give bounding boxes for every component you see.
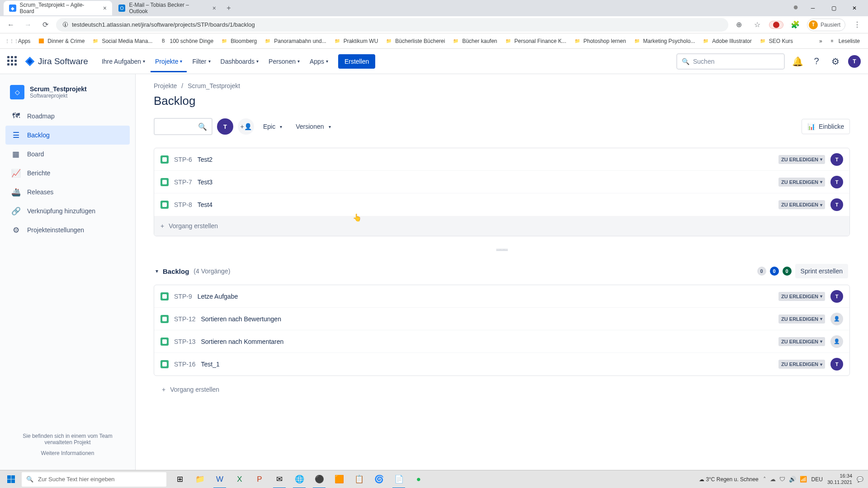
bookmarks-overflow[interactable]: » <box>819 38 822 44</box>
mail-icon[interactable]: ✉ <box>269 470 289 488</box>
reading-list-button[interactable]: ≡Leseliste <box>825 36 863 47</box>
spotify-icon[interactable]: ● <box>409 470 429 488</box>
taskbar-search[interactable]: 🔍Zur Suche Text hier eingeben <box>22 472 166 487</box>
insights-button[interactable]: 📊Einblicke <box>802 119 850 134</box>
bookmark-item[interactable]: ⋮⋮⋮Apps <box>5 36 34 47</box>
notifications-icon[interactable]: 💬 <box>857 476 863 483</box>
section-divider[interactable]: ═══ <box>154 240 850 259</box>
nav-ihre aufgaben[interactable]: Ihre Aufgaben▾ <box>97 51 150 72</box>
bookmark-item[interactable]: 📁Praktikum WU <box>330 36 382 47</box>
unassigned-avatar[interactable]: 👤 <box>830 335 843 348</box>
issue-row[interactable]: STP-12 Sortieren nach Bewertungen ZU ERL… <box>154 308 849 330</box>
zoom-icon[interactable]: ⊕ <box>733 20 745 29</box>
chrome-icon[interactable]: 🌐 <box>289 470 309 488</box>
browser-tab-active[interactable]: ◆ Scrum_Testprojekt – Agile-Board × <box>4 1 112 15</box>
bookmark-item[interactable]: 📁Bloomberg <box>217 36 260 47</box>
create-issue-button[interactable]: + Vorgang erstellen <box>154 216 849 236</box>
status-badge[interactable]: ZU ERLEDIGEN ▾ <box>778 314 825 324</box>
extensions-icon[interactable]: 🧩 <box>789 20 802 29</box>
edge-icon[interactable]: 🌀 <box>369 470 389 488</box>
assignee-avatar[interactable]: T <box>830 358 843 371</box>
settings-icon[interactable]: ⚙ <box>829 56 842 67</box>
assignee-avatar[interactable]: T <box>830 176 843 188</box>
reload-icon[interactable]: ⟳ <box>39 20 52 29</box>
status-badge[interactable]: ZU ERLEDIGEN ▾ <box>778 292 825 301</box>
weather-widget[interactable]: ☁ 3°C Regen u. Schnee <box>699 476 759 483</box>
language-indicator[interactable]: DEU <box>811 476 823 483</box>
assignee-avatar[interactable]: T <box>830 290 843 303</box>
obs-icon[interactable]: ⚫ <box>309 470 329 488</box>
close-window-button[interactable]: ✕ <box>844 2 864 14</box>
maximize-button[interactable]: ▢ <box>824 2 844 14</box>
issue-row[interactable]: STP-6 Test2 ZU ERLEDIGEN ▾ T <box>154 148 849 171</box>
back-icon[interactable]: ← <box>5 21 17 29</box>
sidebar-item-berichte[interactable]: 📈Berichte <box>5 164 130 183</box>
task-view-icon[interactable]: ⊞ <box>170 470 190 488</box>
status-badge[interactable]: ZU ERLEDIGEN ▾ <box>778 178 825 187</box>
app-icon[interactable]: 📄 <box>389 470 409 488</box>
sidebar-item-projekteinstellungen[interactable]: ⚙Projekteinstellungen <box>5 221 130 239</box>
chrome-menu-icon[interactable]: ● <box>789 2 802 14</box>
close-icon[interactable]: × <box>103 5 107 12</box>
minimize-button[interactable]: ─ <box>803 2 823 14</box>
bookmark-item[interactable]: 📁Bücher kaufen <box>448 36 500 47</box>
issue-key[interactable]: STP-12 <box>174 315 195 323</box>
bookmark-item[interactable]: 📁Adobe Illustrator <box>698 36 755 47</box>
sidebar-item-roadmap[interactable]: 🗺Roadmap <box>5 107 130 126</box>
issue-row[interactable]: STP-13 Sortieren nach Kommentaren ZU ERL… <box>154 330 849 353</box>
issue-key[interactable]: STP-6 <box>174 156 192 163</box>
browser-tab[interactable]: O E-Mail – Tobias Becker – Outlook × <box>113 1 222 15</box>
issue-key[interactable]: STP-9 <box>174 293 192 300</box>
project-header[interactable]: ◇ Scrum_Testprojekt Softwareprojekt <box>5 83 130 107</box>
create-sprint-button[interactable]: Sprint erstellen <box>795 264 848 278</box>
breadcrumb-item[interactable]: Projekte <box>154 82 177 89</box>
sidebar-item-releases[interactable]: 🚢Releases <box>5 183 130 202</box>
nav-personen[interactable]: Personen▾ <box>264 51 304 72</box>
add-person-button[interactable]: +👤 <box>238 118 254 135</box>
create-button[interactable]: Erstellen <box>338 54 375 69</box>
breadcrumb-item[interactable]: Scrum_Testprojekt <box>188 82 240 89</box>
assignee-avatar[interactable]: T <box>830 153 843 166</box>
close-icon[interactable]: × <box>212 5 216 12</box>
bookmark-item[interactable]: 📁Personal Finance K... <box>501 36 570 47</box>
url-bar[interactable]: 🛈 testdeutsch1.atlassian.net/jira/softwa… <box>56 18 728 32</box>
nav-apps[interactable]: Apps▾ <box>305 51 333 72</box>
powerpoint-icon[interactable]: P <box>250 470 269 488</box>
profile-avatar[interactable]: T <box>848 55 861 68</box>
bookmark-item[interactable]: 🟧Dinner & Crime <box>34 36 88 47</box>
bookmark-item[interactable]: 📁SEO Kurs <box>755 36 797 47</box>
issue-key[interactable]: STP-7 <box>174 178 192 186</box>
board-search-input[interactable]: 🔍 <box>154 118 212 135</box>
bookmark-item[interactable]: 📁Bücherliste Bücherei <box>382 36 448 47</box>
issue-row[interactable]: STP-9 Letze Aufgabe ZU ERLEDIGEN ▾ T <box>154 285 849 308</box>
status-badge[interactable]: ZU ERLEDIGEN ▾ <box>778 155 825 164</box>
excel-icon[interactable]: X <box>230 470 250 488</box>
epic-filter[interactable]: Epic▾ <box>259 119 287 134</box>
bookmark-item[interactable]: 📁Marketing Psycholo... <box>630 36 699 47</box>
app-switcher-icon[interactable] <box>7 56 18 67</box>
issue-row[interactable]: STP-7 Test3 ZU ERLEDIGEN ▾ T <box>154 171 849 193</box>
adblock-icon[interactable] <box>769 21 783 29</box>
collapse-toggle[interactable]: ▾ <box>156 268 158 274</box>
explorer-icon[interactable]: 📁 <box>190 470 210 488</box>
create-issue-button[interactable]: + Vorgang erstellen <box>154 380 850 399</box>
nav-dashboards[interactable]: Dashboards▾ <box>216 51 264 72</box>
menu-icon[interactable]: ⋮ <box>851 20 863 29</box>
status-badge[interactable]: ZU ERLEDIGEN ▾ <box>778 360 825 369</box>
issue-row[interactable]: STP-16 Test_1 ZU ERLEDIGEN ▾ T <box>154 353 849 375</box>
issue-key[interactable]: STP-8 <box>174 201 192 208</box>
sidebar-item-backlog[interactable]: ☰Backlog <box>5 126 130 145</box>
system-tray[interactable]: ˄☁🛡🔊📶 <box>763 476 807 483</box>
versions-filter[interactable]: Versionen▾ <box>291 119 335 134</box>
chevron-up-icon[interactable]: ˄ <box>763 476 766 483</box>
bookmark-item[interactable]: B100 schöne Dinge <box>156 36 217 47</box>
start-button[interactable] <box>0 470 22 488</box>
help-icon[interactable]: ? <box>810 56 823 66</box>
assignee-filter-avatar[interactable]: T <box>217 118 233 135</box>
clock[interactable]: 16:34 30.11.2021 <box>827 473 852 485</box>
issue-row[interactable]: STP-8 Test4 ZU ERLEDIGEN ▾ T <box>154 193 849 216</box>
notifications-icon[interactable]: 🔔 <box>791 56 804 67</box>
issue-key[interactable]: STP-16 <box>174 361 195 368</box>
app-icon[interactable]: 🟧 <box>329 470 349 488</box>
search-input[interactable]: 🔍 Suchen <box>676 53 785 70</box>
